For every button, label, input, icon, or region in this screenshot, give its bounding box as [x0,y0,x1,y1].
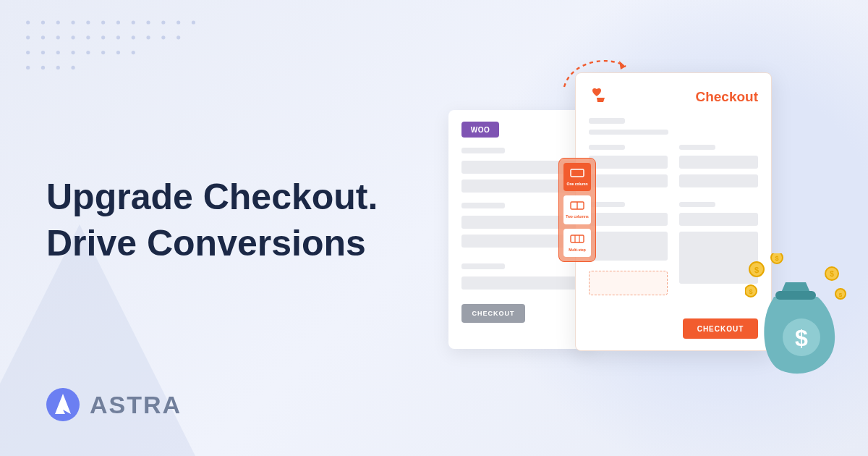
svg-point-33 [56,66,60,69]
svg-point-29 [116,51,120,54]
skeleton-line [679,145,715,150]
svg-point-7 [132,20,135,24]
svg-point-18 [116,35,120,39]
svg-point-13 [41,35,45,39]
woo-badge: WOO [461,122,499,138]
astra-logo: ASTRA [46,388,182,421]
skeleton-line [461,263,505,269]
skeleton-line [461,276,580,290]
svg-point-9 [161,20,165,24]
skeleton-line [679,232,758,284]
layout-option-label: One column [567,182,588,186]
svg-point-30 [132,51,135,54]
cartflows-checkout-button: CHECKOUT [683,318,758,339]
svg-point-26 [71,51,75,54]
checkout-column-left [589,145,668,295]
cartflows-checkout-card: Checkout [575,72,772,351]
svg-text:$: $ [775,255,778,262]
svg-text:$: $ [839,292,843,298]
skeleton-line [589,156,668,169]
svg-point-15 [71,35,75,39]
layout-option-two-columns: Two columns [563,195,591,224]
svg-point-11 [192,20,195,24]
decorative-dots [22,14,210,87]
skeleton-line [461,203,505,208]
svg-point-47 [771,253,783,263]
layout-option-label: Multi-step [569,248,586,252]
svg-text:$: $ [795,325,808,351]
svg-point-23 [26,51,30,54]
skeleton-line [679,202,715,207]
checkout-column-right [679,145,758,295]
svg-point-2 [56,20,60,24]
svg-point-19 [132,35,135,39]
astra-logo-icon [46,388,80,421]
svg-rect-39 [571,169,584,177]
page-headline: Upgrade Checkout. Drive Conversions [46,174,378,266]
svg-point-31 [26,66,30,69]
two-columns-icon [569,200,586,214]
layout-option-label: Two columns [566,215,589,219]
skeleton-line [589,174,668,187]
svg-point-32 [41,66,45,69]
svg-point-22 [176,35,180,39]
svg-point-4 [86,20,90,24]
svg-point-10 [176,20,180,24]
svg-point-25 [56,51,60,54]
svg-point-24 [41,51,45,54]
svg-point-17 [101,35,105,39]
svg-point-28 [101,51,105,54]
svg-point-16 [86,35,90,39]
svg-point-5 [101,20,105,24]
one-column-icon [569,168,586,181]
layout-chooser: One column Two columns Multi-step [558,158,596,262]
checkout-illustration: WOO CHECKOUT One column Two columns [441,65,817,376]
svg-rect-55 [775,291,816,300]
svg-point-51 [825,267,838,280]
skeleton-line [679,174,758,187]
svg-rect-42 [571,235,584,242]
skeleton-line [589,145,625,150]
svg-point-6 [116,20,120,24]
cartflows-logo-icon [589,86,608,108]
skeleton-line [679,213,758,226]
svg-point-21 [161,35,165,39]
skeleton-line [589,130,668,135]
skeleton-line [679,156,758,169]
layout-option-multistep: Multi-step [563,229,591,257]
astra-logo-text: ASTRA [90,391,182,419]
svg-point-8 [146,20,150,24]
skeleton-line [589,213,668,226]
svg-point-14 [56,35,60,39]
svg-text:$: $ [830,270,834,278]
checkout-title: Checkout [695,89,758,105]
svg-marker-38 [619,61,626,69]
svg-point-12 [26,35,30,39]
skeleton-line [589,232,668,261]
skeleton-line [461,148,505,153]
svg-point-53 [835,289,846,299]
headline-line2: Drive Conversions [46,220,378,266]
svg-point-27 [86,51,90,54]
woo-checkout-button: CHECKOUT [461,304,525,323]
svg-point-34 [71,66,75,69]
drop-zone [589,271,668,295]
svg-point-1 [41,20,45,24]
svg-point-3 [71,20,75,24]
svg-point-0 [26,20,30,24]
skeleton-line [589,118,625,124]
svg-point-56 [783,318,820,356]
svg-point-20 [146,35,150,39]
multistep-icon [569,234,586,247]
layout-option-one-column: One column [563,163,591,191]
headline-line1: Upgrade Checkout. [46,174,378,220]
